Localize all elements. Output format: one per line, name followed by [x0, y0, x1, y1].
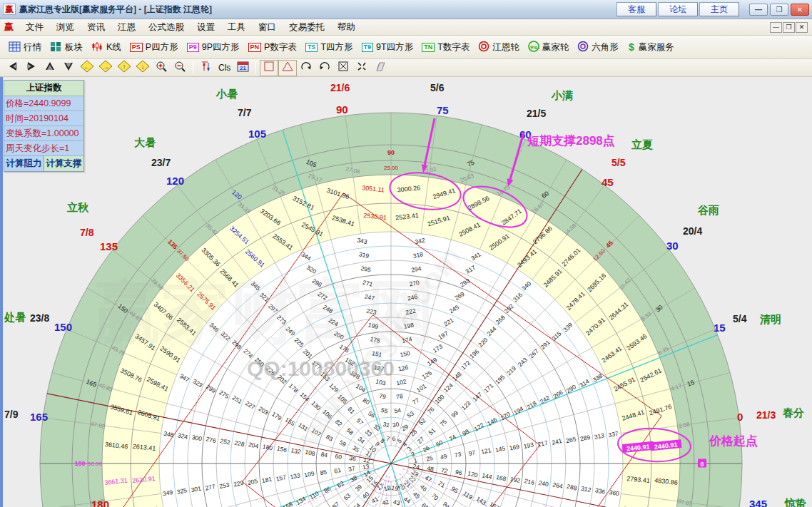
outer-label-165: 165 — [30, 411, 48, 423]
menu-item-公式选股[interactable]: 公式选股 — [142, 19, 191, 36]
svg-text:↑: ↑ — [123, 63, 126, 71]
quick-button-主页[interactable]: 主页 — [699, 2, 739, 16]
toolbar-item-赢家服务[interactable]: $赢家服务 — [623, 39, 679, 56]
toolbar-item-label: K线 — [106, 41, 121, 53]
crosshair-icon[interactable] — [353, 61, 370, 76]
toolbar-item-行情[interactable]: 行情 — [4, 39, 46, 56]
tri-left-icon[interactable] — [4, 61, 21, 76]
svg-text:25.00: 25.00 — [384, 165, 399, 171]
tri-down-icon — [62, 61, 75, 75]
outer-label-谷雨: 谷雨 — [697, 204, 719, 216]
outer-label-春分: 春分 — [782, 406, 804, 419]
diamond-down-icon[interactable]: ↓ — [134, 61, 151, 76]
outer-label-30: 30 — [666, 240, 679, 252]
diamond-up-icon[interactable]: ↑ — [116, 61, 133, 76]
mdi-restore-button[interactable]: ❐ — [783, 22, 795, 33]
diamond-right-icon: → — [98, 60, 113, 76]
menu-item-浏览[interactable]: 浏览 — [50, 19, 81, 36]
kline-icon — [91, 41, 103, 54]
outer-label-21/3: 21/3 — [756, 409, 776, 421]
updown-icon — [201, 61, 212, 76]
toolbar-item-label: 行情 — [24, 41, 41, 53]
badge-icon: TN — [422, 43, 435, 52]
cls-button[interactable]: Cls — [216, 63, 233, 73]
wheel-red-icon — [478, 41, 489, 54]
box-x-icon — [338, 61, 350, 75]
zoom-out-icon[interactable] — [171, 61, 188, 76]
toolbar-separator — [193, 61, 193, 74]
diamond-left-icon[interactable]: ← — [78, 61, 96, 76]
menu-item-工具[interactable]: 工具 — [221, 19, 252, 36]
toolbar-item-T四方形[interactable]: TST四方形 — [301, 39, 357, 56]
mdi-window-buttons: —❐✕ — [770, 22, 809, 33]
gann-wheel[interactable]: 1234567891011121314151617181920212223242… — [0, 77, 812, 507]
svg-text:Big: Big — [530, 45, 537, 49]
tri-down-icon[interactable] — [60, 61, 77, 76]
menu-items: 文件浏览资讯江恩公式选股设置工具窗口交易委托帮助 — [19, 19, 362, 36]
outer-label-5/5: 5/5 — [611, 157, 626, 168]
triangle-icon[interactable] — [279, 61, 296, 76]
toolbar-item-K线[interactable]: K线 — [87, 39, 126, 56]
svg-text:↓: ↓ — [141, 63, 145, 71]
zoom-out-icon — [173, 61, 186, 76]
toolbar-item-9T四方形[interactable]: T99T四方形 — [357, 39, 418, 56]
outer-label-处暑: 处暑 — [4, 311, 26, 323]
panel-button-计算支撑[interactable]: 计算支撑 — [44, 156, 83, 171]
toolbar-item-P数字表[interactable]: PNP数字表 — [244, 39, 301, 56]
menu-item-交易委托[interactable]: 交易委托 — [283, 19, 331, 36]
menu-item-资讯[interactable]: 资讯 — [81, 19, 111, 36]
arc-ccw-icon — [318, 61, 331, 75]
arc-cw-icon[interactable] — [298, 61, 315, 76]
toolbar-item-P四方形[interactable]: PSP四方形 — [126, 39, 183, 56]
toolbar-item-9P四方形[interactable]: P99P四方形 — [183, 39, 244, 56]
toolbar-item-label: 江恩轮 — [492, 41, 519, 53]
outer-label-20/4: 20/4 — [683, 225, 702, 237]
crosshair-icon — [356, 61, 368, 75]
grid-icon — [9, 41, 21, 54]
toolbar-item-label: P四方形 — [146, 41, 178, 53]
toolbar-item-label: 六角形 — [592, 41, 619, 53]
quick-button-客服[interactable]: 客服 — [616, 2, 656, 16]
square-icon[interactable] — [260, 61, 278, 76]
toolbar-item-板块[interactable]: 板块 — [46, 39, 87, 56]
diamond-down-icon: ↓ — [136, 60, 150, 76]
mdi-minimize-button[interactable]: — — [770, 22, 782, 33]
menu-item-帮助[interactable]: 帮助 — [331, 19, 362, 36]
toolbar-item-六角形[interactable]: 六角形 — [573, 39, 623, 56]
toolbar-item-label: T四方形 — [320, 41, 352, 53]
menu-item-文件[interactable]: 文件 — [19, 19, 50, 36]
badge-icon: TS — [305, 43, 318, 52]
arc-ccw-icon[interactable] — [316, 61, 333, 76]
updown-icon[interactable] — [198, 61, 215, 76]
restore-button[interactable]: ❐ — [770, 4, 788, 16]
title-bar: 赢 赢家江恩专业版[赢家服务平台] - [上证指数 江恩轮] 客服论坛主页 — … — [0, 0, 812, 19]
box-x-icon[interactable] — [335, 61, 352, 76]
toolbar-item-T数字表[interactable]: TNT数字表 — [417, 39, 474, 56]
flag-icon[interactable] — [372, 61, 389, 76]
menu-item-窗口[interactable]: 窗口 — [252, 19, 283, 36]
titlebar-quick-buttons: 客服论坛主页 — [616, 2, 739, 16]
quick-button-论坛[interactable]: 论坛 — [658, 2, 698, 16]
menu-item-江恩[interactable]: 江恩 — [111, 19, 142, 36]
toolbar-item-赢家轮[interactable]: Big赢家轮 — [524, 39, 574, 56]
zoom-in-icon[interactable] — [153, 61, 170, 76]
mdi-close-button[interactable]: ✕ — [796, 22, 808, 33]
outer-label-21/6: 21/6 — [330, 82, 350, 93]
tri-right-icon[interactable] — [23, 61, 40, 76]
close-button[interactable]: ✕ — [791, 4, 809, 16]
outer-label-小满: 小满 — [551, 89, 573, 101]
diamond-right-icon[interactable]: → — [97, 61, 114, 76]
tri-left-icon — [6, 61, 19, 75]
tri-up-icon — [44, 61, 56, 75]
minimize-button[interactable]: — — [749, 4, 768, 16]
menu-item-设置[interactable]: 设置 — [191, 19, 221, 36]
tri-up-icon[interactable] — [41, 61, 59, 76]
menu-logo: 赢 — [4, 21, 14, 34]
window-title: 赢家江恩专业版[赢家服务平台] - [上证指数 江恩轮] — [19, 4, 616, 16]
toolbar-item-江恩轮[interactable]: 江恩轮 — [474, 39, 524, 56]
outer-label-7/9: 7/9 — [4, 409, 19, 420]
panel-button-计算阻力[interactable]: 计算阻力 — [4, 156, 44, 171]
svg-text:←: ← — [83, 63, 91, 71]
quote-panel: 上证指数 价格=2440.9099时间=20190104变换系数=1.00000… — [4, 80, 84, 172]
calendar-icon[interactable]: 21 — [234, 61, 251, 76]
